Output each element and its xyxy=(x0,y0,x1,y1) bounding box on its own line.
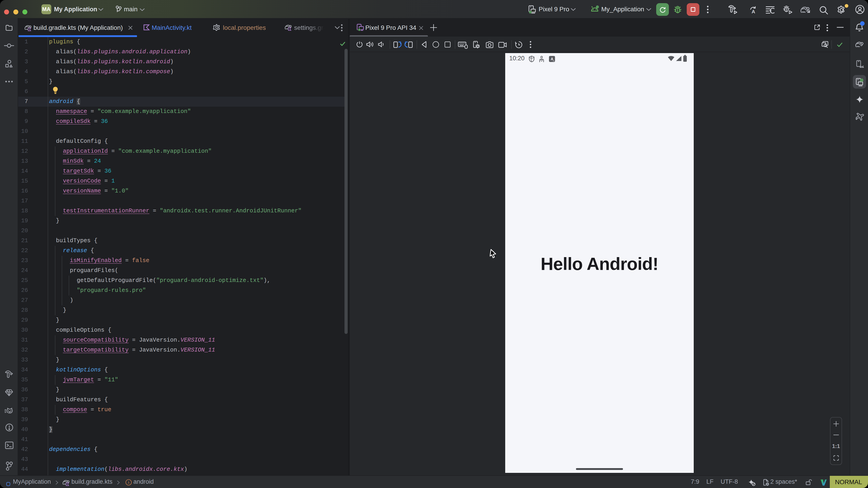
svg-text:A: A xyxy=(752,9,755,14)
svg-text:A: A xyxy=(551,57,553,61)
svg-text:λ: λ xyxy=(128,480,130,485)
